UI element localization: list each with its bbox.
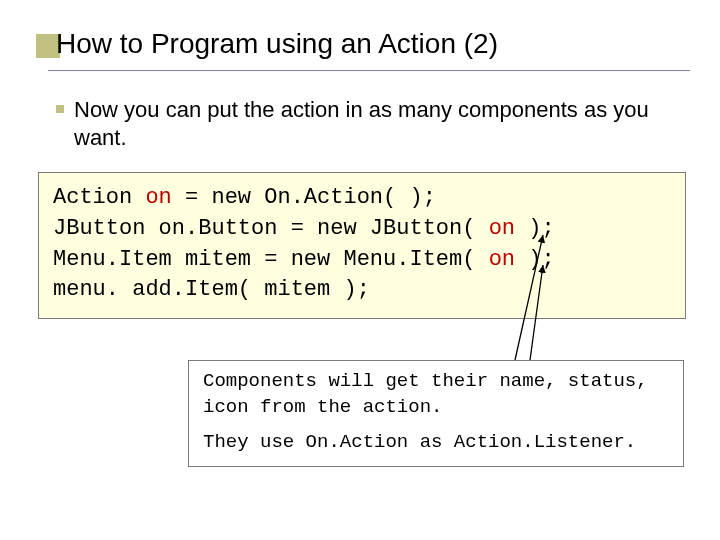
- code-line-3: Menu.Item mitem = new Menu.Item( on );: [53, 245, 671, 276]
- code-text: Menu.Item mitem = new Menu.Item(: [53, 247, 489, 272]
- code-line-2: JButton on.Button = new JButton( on );: [53, 214, 671, 245]
- code-keyword-on: on: [489, 247, 515, 272]
- code-block: Action on = new On.Action( ); JButton on…: [38, 172, 686, 319]
- code-keyword-on: on: [145, 185, 171, 210]
- code-line-1: Action on = new On.Action( );: [53, 183, 671, 214]
- body-bullet-icon: [56, 105, 64, 113]
- slide-title: How to Program using an Action (2): [40, 28, 690, 60]
- code-text: );: [515, 247, 555, 272]
- code-text: JButton on.Button = new JButton(: [53, 216, 489, 241]
- title-underline: [48, 70, 690, 71]
- code-text: Action: [53, 185, 145, 210]
- code-keyword-on: on: [489, 216, 515, 241]
- body-text: Now you can put the action in as many co…: [74, 96, 660, 151]
- note-paragraph-1: Components will get their name, status, …: [203, 369, 669, 420]
- code-text: );: [515, 216, 555, 241]
- note-block: Components will get their name, status, …: [188, 360, 684, 467]
- slide: How to Program using an Action (2) Now y…: [0, 0, 720, 540]
- title-block: How to Program using an Action (2): [40, 28, 690, 60]
- code-line-4: menu. add.Item( mitem );: [53, 275, 671, 306]
- note-gap: [203, 420, 669, 430]
- code-text: = new On.Action( );: [172, 185, 436, 210]
- note-paragraph-2: They use On.Action as Action.Listener.: [203, 430, 669, 456]
